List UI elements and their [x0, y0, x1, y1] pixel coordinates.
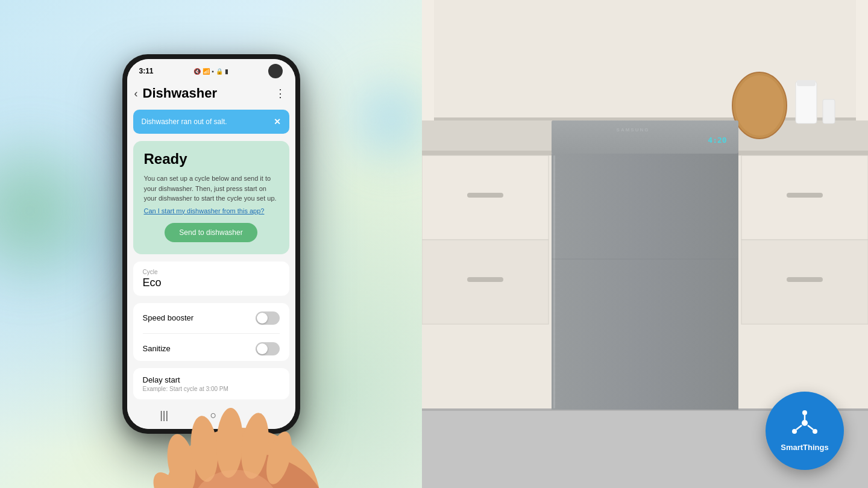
- battery-icon: ▮: [225, 68, 228, 75]
- smartthings-badge: SmartThings: [766, 392, 844, 470]
- wifi-icon: 📶: [203, 68, 210, 75]
- svg-rect-11: [434, 0, 856, 120]
- speed-booster-toggle[interactable]: [256, 311, 280, 325]
- app-header: ‹ Dishwasher ⋮: [127, 81, 295, 106]
- alert-banner: Dishwasher ran out of salt. ✕: [133, 110, 289, 134]
- signal-icon: ▪: [212, 68, 214, 75]
- mute-icon: 🔇: [193, 68, 201, 75]
- svg-rect-28: [796, 81, 817, 124]
- svg-point-27: [735, 75, 784, 136]
- lock-icon: 🔒: [216, 68, 223, 75]
- cycle-value: Eco: [143, 277, 280, 289]
- ready-description: You can set up a cycle below and send it…: [144, 174, 278, 204]
- svg-point-41: [792, 429, 797, 434]
- smartthings-label: SmartThings: [781, 443, 828, 452]
- speed-booster-item: Speed booster: [133, 303, 289, 333]
- left-panel: 3:11 🔇 📶 ▪ 🔒 ▮ ‹ Dishwasher ⋮: [0, 0, 422, 488]
- svg-rect-35: [552, 154, 738, 410]
- svg-rect-30: [823, 99, 835, 124]
- ready-title: Ready: [144, 151, 278, 167]
- status-time: 3:11: [139, 67, 154, 75]
- send-to-dishwasher-button[interactable]: Send to dishwasher: [165, 223, 257, 242]
- bg-blur-blue: [332, 60, 422, 181]
- toggle-section: Speed booster Sanitize: [133, 303, 289, 361]
- hand-svg: [139, 392, 344, 488]
- more-options-button[interactable]: ⋮: [275, 87, 286, 100]
- cycle-item[interactable]: Cycle Eco: [133, 261, 289, 296]
- profile-avatar: [268, 64, 283, 78]
- svg-rect-29: [797, 80, 816, 86]
- cycle-label: Cycle: [143, 269, 280, 275]
- alert-close-button[interactable]: ✕: [274, 117, 281, 127]
- svg-rect-19: [467, 277, 503, 282]
- status-icons: 🔇 📶 ▪ 🔒 ▮: [193, 68, 228, 75]
- phone-device: 3:11 🔇 📶 ▪ 🔒 ▮ ‹ Dishwasher ⋮: [122, 54, 300, 434]
- ready-card: Ready You can set up a cycle below and s…: [133, 141, 289, 254]
- svg-point-43: [813, 429, 817, 434]
- phone-screen: 3:11 🔇 📶 ▪ 🔒 ▮ ‹ Dishwasher ⋮: [127, 59, 295, 429]
- sanitize-item: Sanitize: [133, 334, 289, 361]
- right-panel: SAMSUNG 4:20: [422, 0, 868, 488]
- svg-rect-23: [787, 277, 823, 282]
- status-bar: 3:11 🔇 📶 ▪ 🔒 ▮: [127, 59, 295, 81]
- svg-point-38: [802, 420, 808, 426]
- bg-blur-green: [0, 120, 121, 301]
- sanitize-toggle[interactable]: [256, 342, 280, 355]
- smartthings-icon: [788, 410, 822, 439]
- speed-booster-label: Speed booster: [143, 313, 194, 322]
- svg-rect-12: [434, 117, 856, 120]
- phone-hand-group: 3:11 🔇 📶 ▪ 🔒 ▮ ‹ Dishwasher ⋮: [122, 54, 300, 434]
- svg-text:SAMSUNG: SAMSUNG: [617, 127, 650, 133]
- svg-line-42: [796, 425, 802, 430]
- svg-line-44: [808, 425, 813, 430]
- page-title: Dishwasher: [143, 86, 275, 101]
- ready-link[interactable]: Can I start my dishwasher from this app?: [144, 207, 278, 214]
- sanitize-label: Sanitize: [143, 344, 171, 353]
- delay-start-title: Delay start: [143, 375, 280, 384]
- svg-rect-36: [553, 155, 555, 408]
- svg-rect-18: [467, 193, 503, 198]
- svg-text:4:20: 4:20: [708, 136, 726, 145]
- svg-rect-22: [787, 193, 823, 198]
- svg-point-39: [802, 410, 807, 415]
- back-button[interactable]: ‹: [134, 87, 138, 100]
- cycle-section[interactable]: Cycle Eco: [133, 261, 289, 296]
- alert-text: Dishwasher ran out of salt.: [142, 117, 227, 126]
